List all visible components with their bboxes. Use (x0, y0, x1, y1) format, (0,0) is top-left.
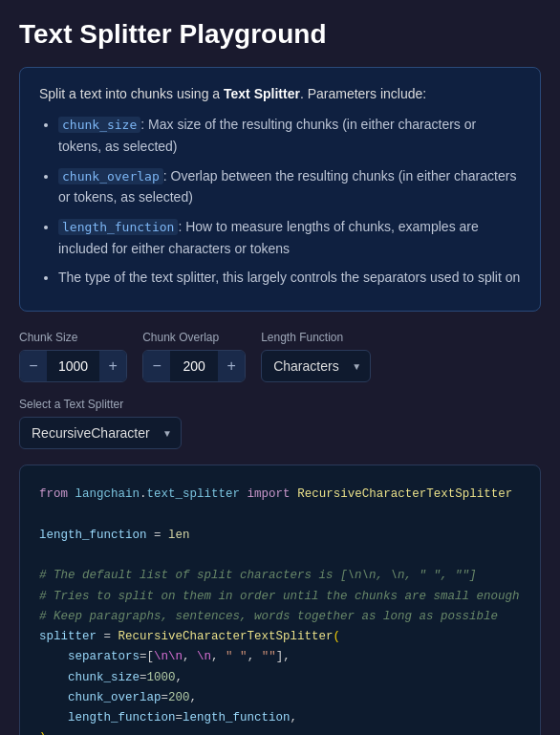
chunk-overlap-label: Chunk Overlap (142, 331, 246, 344)
code-line-7: separators=[\n\n, \n, " ", ""], (39, 647, 521, 667)
chunk-overlap-stepper: − 200 + (142, 350, 246, 382)
code-line-blank-2 (39, 546, 521, 566)
code-line-11: ) (39, 728, 521, 735)
page-title: Text Splitter Playground (19, 19, 541, 50)
code-line-blank-1 (39, 506, 521, 526)
chunk-size-group: Chunk Size − 1000 + (19, 331, 127, 382)
code-block: from langchain.text_splitter import Recu… (19, 465, 541, 735)
chunk-size-plus-button[interactable]: + (99, 350, 126, 382)
info-intro: Split a text into chunks using a Text Sp… (39, 83, 521, 104)
splitter-select-wrapper: RecursiveCharacter Character Markdown Py… (19, 417, 182, 449)
list-item: chunk_overlap: Overlap between the resul… (58, 165, 521, 208)
info-list: chunk_size: Max size of the resulting ch… (39, 114, 521, 288)
splitter-select-group: Select a Text Splitter RecursiveCharacte… (19, 398, 182, 449)
info-box: Split a text into chunks using a Text Sp… (19, 67, 541, 312)
code-line-6: splitter = RecursiveCharacterTextSplitte… (39, 627, 521, 647)
splitter-select[interactable]: RecursiveCharacter Character Markdown Py… (19, 417, 182, 449)
splitter-label: Select a Text Splitter (19, 398, 182, 411)
chunk-overlap-plus-button[interactable]: + (218, 350, 245, 382)
length-function-label: Length Function (261, 331, 371, 344)
list-item: length_function: How to measure lengths … (58, 216, 521, 259)
code-line-10: length_function=length_function, (39, 708, 521, 728)
length-function-select[interactable]: Characters Tokens (261, 350, 371, 382)
chunk-overlap-value: 200 (170, 358, 218, 374)
chunk-size-value: 1000 (47, 358, 99, 374)
code-line-2: length_function = len (39, 526, 521, 546)
length-function-group: Length Function Characters Tokens (261, 331, 371, 382)
chunk-size-label: Chunk Size (19, 331, 127, 344)
chunk-overlap-minus-button[interactable]: − (143, 350, 170, 382)
code-line-5: # Keep paragraphs, sentences, words toge… (39, 607, 521, 627)
code-line-1: from langchain.text_splitter import Recu… (39, 485, 521, 505)
list-item: chunk_size: Max size of the resulting ch… (58, 114, 521, 157)
chunk-size-minus-button[interactable]: − (20, 350, 47, 382)
list-item: The type of the text splitter, this larg… (58, 267, 521, 288)
controls-row: Chunk Size − 1000 + Chunk Overlap − 200 … (19, 331, 541, 449)
code-line-9: chunk_overlap=200, (39, 688, 521, 708)
length-function-select-wrapper: Characters Tokens (261, 350, 371, 382)
code-line-3: # The default list of split characters i… (39, 566, 521, 586)
chunk-overlap-group: Chunk Overlap − 200 + (142, 331, 246, 382)
code-line-8: chunk_size=1000, (39, 668, 521, 688)
code-line-4: # Tries to split on them in order until … (39, 587, 521, 607)
chunk-size-stepper: − 1000 + (19, 350, 127, 382)
